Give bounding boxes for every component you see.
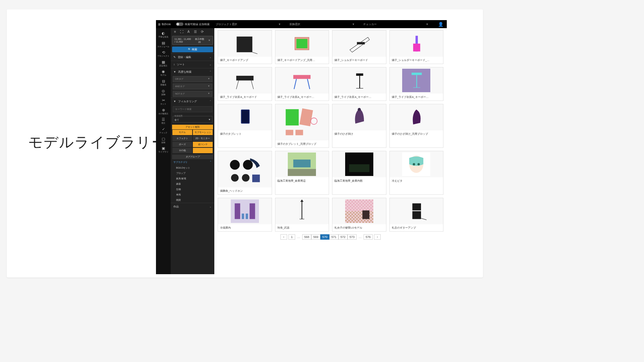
- asset-card[interactable]: 礼音のギターアンプ: [389, 198, 444, 232]
- nav-item[interactable]: ◉モデル: [156, 68, 171, 77]
- asset-type-chip[interactable]: 2D・モニター: [193, 135, 213, 141]
- not-tag-select[interactable]: NOTタグ▼: [173, 91, 212, 97]
- asset-type-chip[interactable]: 絵コンテ: [193, 141, 213, 147]
- tag-group-header: タググループ: [172, 155, 213, 159]
- subcategory-item[interactable]: BG/LOセット: [171, 165, 214, 171]
- section-filtering[interactable]: ▼ フィルタリング ⌃: [171, 98, 214, 105]
- page-last[interactable]: 576: [364, 234, 373, 240]
- keyword-input[interactable]: キーワード検索: [173, 106, 212, 112]
- nav-item[interactable]: ⊕その他発注: [156, 107, 171, 116]
- asset-card[interactable]: 冷えピタ: [389, 151, 444, 195]
- sort-icon[interactable]: ☰: [194, 30, 197, 34]
- project-select[interactable]: プロジェクト選択 ▼: [213, 22, 283, 26]
- section-works[interactable]: 作品 ⌄: [171, 203, 214, 210]
- and-tag-select[interactable]: ANDタグ▼: [173, 83, 212, 89]
- search-button[interactable]: 🔍 検索: [172, 47, 213, 52]
- asset-card[interactable]: 玲奈_武器: [275, 198, 329, 232]
- asset-card[interactable]: 臨海工業地帯_倉庫内観: [332, 151, 386, 195]
- asset-thumbnail: [218, 104, 272, 130]
- asset-card[interactable]: 臨海工業地帯_倉庫周辺: [275, 151, 329, 195]
- dropdown-icon[interactable]: ▼: [208, 39, 211, 42]
- asset-name: 礼音のギターアンプ: [390, 224, 443, 231]
- subcategory-item[interactable]: 生物: [171, 187, 214, 192]
- asset-type-chip[interactable]: [193, 147, 213, 154]
- nav-item[interactable]: ◐予算な状況: [156, 30, 171, 39]
- subcategory-item[interactable]: 楽器: [171, 181, 214, 187]
- nav-item[interactable]: ⊟香盤表: [156, 78, 171, 87]
- nav-item[interactable]: ☰発注: [156, 116, 171, 125]
- nav-icon: ⊟: [162, 79, 165, 83]
- subcategory-item[interactable]: 車両: [171, 192, 214, 197]
- nav-item[interactable]: ▤スケジュール: [156, 40, 171, 49]
- subcategory-item[interactable]: プロップ: [171, 171, 214, 176]
- asset-thumbnail: [390, 31, 443, 57]
- asset-type-chip[interactable]: その他: [172, 147, 193, 154]
- asset-card[interactable]: 燐子_ショルダーキーボード: [332, 30, 386, 64]
- subcategory-toggle[interactable]: サブカテゴリ ⌃: [171, 159, 214, 165]
- nav-item[interactable]: ▦設定発注: [156, 59, 171, 68]
- asset-card[interactable]: 礼央子の寝室LOモデル: [332, 198, 386, 232]
- next-page-button[interactable]: ›: [374, 234, 381, 240]
- section-advanced[interactable]: ▼ 高度な検索 ⌃: [171, 68, 214, 75]
- chevron-up-icon: ⌃: [209, 100, 212, 103]
- page-first[interactable]: 1: [288, 234, 295, 240]
- tag-label: ORタグ: [175, 77, 183, 81]
- nav-icon: ▣: [162, 146, 165, 150]
- dropdown-icon: ▼: [278, 23, 281, 26]
- edit-icon: ✎: [173, 56, 176, 59]
- checker-select[interactable]: チェッカー ▼: [361, 22, 431, 26]
- user-icon[interactable]: 👤: [438, 22, 443, 27]
- page-number[interactable]: 569: [311, 234, 320, 240]
- nav-item[interactable]: ✂カット: [156, 97, 171, 106]
- asset-card[interactable]: 燐子のタブレット: [218, 104, 272, 148]
- asset-name: 燐子のタブレット_汎用プロップ: [275, 140, 329, 147]
- prev-page-button[interactable]: ‹: [280, 234, 287, 240]
- section-label: 登録・編集: [178, 55, 191, 59]
- asset-card[interactable]: 燐子のひざ掛け: [332, 104, 386, 148]
- asset-type-chip[interactable]: ポーズ: [172, 141, 193, 147]
- page-number[interactable]: 573: [347, 234, 357, 240]
- asset-card[interactable]: 燐子のひざ掛け_汎用プロップ: [389, 104, 444, 148]
- asset-card[interactable]: 燐子_ライブ衣装A_キーボー…: [275, 67, 329, 101]
- svg-point-55: [230, 160, 240, 170]
- nav-item[interactable]: ◎認御: [156, 88, 171, 97]
- scope-select[interactable]: 検索範囲 全て▼: [173, 115, 212, 123]
- nav-item[interactable]: ✓チェック: [156, 126, 171, 135]
- page-number[interactable]: 571: [329, 234, 338, 240]
- asset-card[interactable]: 冷蔵庫内: [218, 198, 272, 232]
- page-number[interactable]: 572: [338, 234, 347, 240]
- asset-card[interactable]: 燐子_ライブ衣装A_キーボー…: [332, 67, 386, 101]
- nav-item[interactable]: ⟲プロジェクト: [156, 49, 171, 58]
- section-register[interactable]: ✎ 登録・編集 ⌄: [171, 53, 214, 61]
- text-icon[interactable]: A: [187, 30, 190, 34]
- subcategory-item[interactable]: 雑貨: [171, 197, 214, 203]
- asset-name: 玲奈_武器: [275, 224, 329, 231]
- asset-card[interactable]: 燐子_ライブ衣装A_キーボー…: [389, 67, 444, 101]
- asset-card[interactable]: 燐子_ショルダーキーボード_…: [389, 30, 444, 64]
- page-number[interactable]: 568: [302, 234, 311, 240]
- nav-icon: ⊕: [162, 108, 165, 112]
- nav-item[interactable]: ▢目線: [156, 136, 171, 145]
- asset-type-chip[interactable]: モデル: [172, 129, 193, 135]
- refresh-icon[interactable]: ⟳: [201, 30, 204, 34]
- search-toggle[interactable]: 検索可能値 追加検索: [176, 22, 210, 26]
- nav-item[interactable]: ▣ライブラリ: [156, 145, 171, 154]
- side-panel: ≡ ⛶ A ☰ ⟳ 11,381 - 11,400 / 11,502 表示件数 …: [171, 28, 214, 274]
- or-tag-select[interactable]: ORタグ▼: [173, 76, 212, 82]
- hamburger-icon[interactable]: ≡: [174, 30, 176, 34]
- asset-type-chip[interactable]: エフェクト: [172, 135, 193, 141]
- asset-type-chip[interactable]: モブモーション: [193, 129, 213, 135]
- asset-card[interactable]: 燐子_キーボードアンプ: [218, 30, 272, 64]
- asset-card[interactable]: 燐子_ライブ衣装A_キーボード: [218, 67, 272, 101]
- toggle-switch-icon[interactable]: [176, 22, 183, 26]
- decoration-select[interactable]: 装飾選択 ▼: [287, 22, 357, 26]
- nav-label: チェック: [159, 132, 167, 134]
- page-number[interactable]: 570: [320, 234, 329, 240]
- toggle-labels: 検索可能値 追加検索: [185, 22, 210, 26]
- asset-card[interactable]: 燐子_キーボードアンプ_汎用…: [275, 30, 329, 64]
- asset-card[interactable]: 燐子のタブレット_汎用プロップ: [275, 104, 329, 148]
- section-sort[interactable]: ↕ ソート ⌄: [171, 61, 214, 68]
- subcategory-item[interactable]: 家具/家電: [171, 176, 214, 181]
- asset-card[interactable]: 燐舞曲_ヘッドホン: [218, 151, 272, 195]
- expand-icon[interactable]: ⛶: [180, 30, 183, 34]
